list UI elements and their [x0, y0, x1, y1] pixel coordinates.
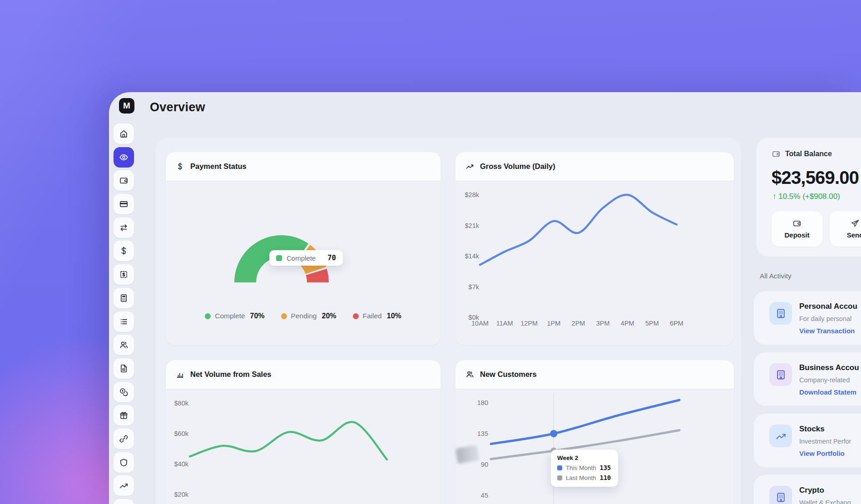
svg-text:$40k: $40k — [174, 460, 189, 468]
background-gradient: M Overview Payment Status Complete 70 Co… — [0, 0, 861, 504]
legend-item: Complete 70% — [205, 312, 264, 320]
sidebar-item-links[interactable] — [114, 429, 134, 449]
new-customers-card: 1801359045 New Customers Week 2 This Mon… — [455, 360, 734, 504]
svg-text:12PM: 12PM — [520, 320, 538, 327]
wallet-icon — [772, 149, 781, 158]
sidebar-item-transfers[interactable] — [114, 217, 134, 238]
legend-dot — [205, 313, 211, 319]
building-icon-box — [769, 302, 792, 325]
gross-volume-card: $28k$21k$14k$7k$0k10AM11AM12PM1PM2PM3PM4… — [455, 152, 734, 345]
sidebar-item-invoices[interactable] — [114, 264, 134, 285]
action-label: Deposit — [784, 231, 809, 239]
sidebar-item-coins[interactable] — [114, 382, 134, 402]
list-icon — [119, 317, 129, 326]
activity-title: Stocks — [799, 425, 851, 434]
deposit-button[interactable]: Deposit — [772, 211, 822, 247]
sidebar — [114, 124, 134, 504]
trending-up-icon-box — [769, 425, 792, 447]
payment-status-legend: Complete 70% Pending 20% Failed 10% — [166, 312, 440, 320]
tooltip-series-value: 135 — [600, 464, 611, 471]
users-icon — [119, 340, 129, 350]
file-icon — [119, 364, 129, 373]
svg-text:135: 135 — [477, 430, 488, 437]
net-volume-title: Net Volume from Sales — [190, 370, 272, 379]
coins-icon — [119, 387, 129, 397]
activity-card-stocks[interactable]: Stocks Investment Perfor View Portfolio — [754, 414, 861, 467]
sidebar-item-customers[interactable] — [114, 335, 134, 355]
new-customers-tooltip: Week 2 This Month 135 Last Month 110 — [551, 450, 618, 487]
charts-container: Payment Status Complete 70 Complete 70% … — [155, 138, 741, 504]
home-icon — [119, 129, 129, 138]
send-button[interactable]: Send — [830, 211, 861, 247]
building-icon — [775, 308, 787, 319]
sidebar-item-cards[interactable] — [114, 194, 134, 214]
activity-link[interactable]: Download Statem — [799, 388, 859, 396]
svg-text:90: 90 — [481, 461, 488, 468]
total-balance-change: ↑ 10.5% (+$908.00) — [772, 192, 840, 201]
building-icon — [775, 369, 787, 380]
svg-text:$21k: $21k — [465, 222, 480, 229]
svg-text:$14k: $14k — [465, 252, 480, 260]
building-icon-box — [769, 363, 792, 386]
activity-card-personal-accou[interactable]: Personal Accou For daily personal View T… — [754, 291, 861, 345]
gauge-tooltip: Complete 70 — [269, 250, 343, 266]
svg-text:$28k: $28k — [465, 191, 480, 198]
building-icon-box — [769, 486, 792, 504]
trending-up-icon — [465, 162, 474, 171]
sidebar-item-wallet[interactable] — [114, 170, 134, 191]
svg-text:5PM: 5PM — [645, 320, 659, 327]
activity-title: Personal Accou — [799, 302, 857, 311]
tooltip-swatch — [557, 465, 562, 470]
svg-text:4PM: 4PM — [621, 320, 634, 327]
tooltip-swatch — [557, 475, 562, 480]
svg-text:2PM: 2PM — [572, 320, 585, 327]
tooltip-series-label: This Month — [566, 464, 596, 471]
send-icon — [851, 219, 860, 228]
net-volume-card: $80k$60k$40k$20k Net Volume from Sales — [166, 360, 440, 504]
sidebar-item-documents[interactable] — [114, 358, 134, 379]
sidebar-item-security[interactable] — [114, 452, 134, 473]
svg-text:$20k: $20k — [174, 491, 189, 498]
activity-link[interactable]: View Transaction — [799, 327, 857, 335]
calculator-icon — [119, 293, 129, 303]
svg-text:11AM: 11AM — [496, 320, 513, 327]
sidebar-item-calculator[interactable] — [114, 288, 134, 308]
tooltip-series-value: 110 — [600, 474, 611, 481]
sidebar-item-overview[interactable] — [114, 147, 134, 168]
legend-dot — [353, 313, 359, 319]
sidebar-item-payments[interactable] — [114, 241, 134, 261]
activity-desc: Wallet & Exchang — [799, 499, 851, 504]
legend-label: Pending — [291, 312, 317, 320]
gauge-tooltip-value: 70 — [327, 254, 336, 262]
dashboard-panel: M Overview Payment Status Complete 70 Co… — [109, 92, 861, 504]
svg-text:1PM: 1PM — [547, 320, 560, 327]
gross-volume-header: Gross Volume (Daily) — [455, 152, 734, 181]
building-icon — [775, 492, 787, 503]
gauge-tooltip-swatch — [276, 255, 282, 261]
activity-card-business-accou[interactable]: Business Accou Company-related Download … — [754, 352, 861, 406]
activity-link[interactable]: View Portfolio — [799, 450, 851, 457]
bar-chart-icon — [176, 370, 184, 379]
legend-label: Failed — [363, 312, 382, 320]
payment-status-title: Payment Status — [190, 162, 247, 171]
sidebar-item-rewards[interactable] — [114, 405, 134, 425]
app-logo[interactable]: M — [119, 98, 134, 114]
sidebar-item-more[interactable] — [114, 499, 134, 504]
tooltip-row: This Month 135 — [557, 464, 612, 471]
sidebar-item-analytics[interactable] — [114, 475, 134, 496]
sidebar-item-home[interactable] — [114, 124, 134, 144]
svg-text:10AM: 10AM — [471, 320, 489, 327]
activity-title: Business Accou — [799, 363, 859, 372]
activity-card-crypto[interactable]: Crypto Wallet & Exchang — [754, 475, 861, 504]
users-icon — [465, 370, 474, 379]
sidebar-item-transactions[interactable] — [114, 311, 134, 332]
tooltip-series-label: Last Month — [566, 474, 596, 481]
legend-item: Failed 10% — [353, 312, 401, 320]
wallet-icon — [792, 219, 802, 228]
total-balance-label: Total Balance — [785, 150, 832, 158]
svg-text:180: 180 — [477, 399, 488, 406]
new-customers-title: New Customers — [480, 370, 537, 379]
new-customers-header: New Customers — [455, 360, 734, 389]
gross-volume-title: Gross Volume (Daily) — [480, 162, 555, 171]
legend-value: 70% — [250, 312, 265, 320]
